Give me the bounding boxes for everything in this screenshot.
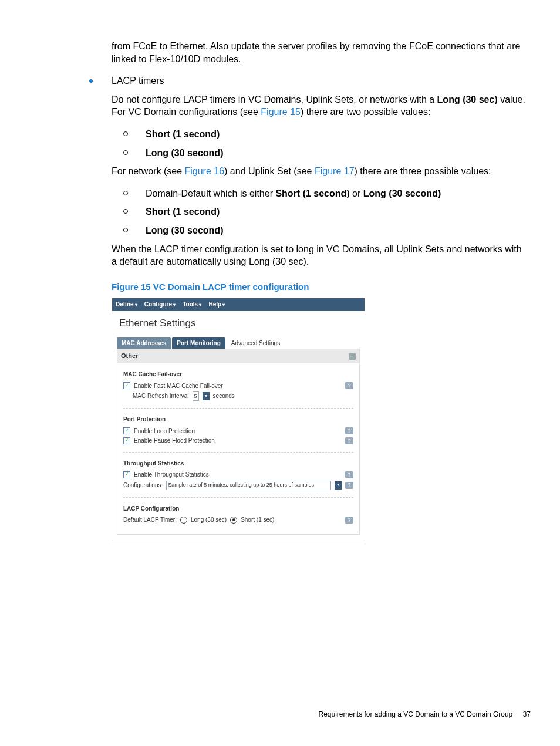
- section-lacp-config: LACP Configuration: [123, 505, 353, 513]
- circle-icon: [123, 131, 128, 136]
- text: or: [350, 188, 363, 198]
- collapse-icon[interactable]: −: [349, 353, 356, 360]
- text: Domain-Default which is either: [146, 188, 275, 198]
- vc-domain-screenshot: Define Configure Tools Help Ethernet Set…: [112, 298, 365, 541]
- label-configurations: Configurations:: [123, 481, 163, 490]
- figure-15-label: Figure 15 VC Domain LACP timer configura…: [112, 281, 534, 293]
- sub-short-2: Short (1 second): [146, 205, 220, 218]
- bold: Long (30 second): [363, 188, 441, 198]
- label-long: Long (30 sec): [191, 516, 227, 524]
- bullet-icon: [89, 79, 93, 83]
- link-figure-17[interactable]: Figure 17: [315, 166, 355, 176]
- tab-port-monitoring[interactable]: Port Monitoring: [172, 337, 225, 349]
- text: ) there are three possible values:: [355, 166, 491, 176]
- section-throughput: Throughput Statistics: [123, 460, 353, 468]
- label-default-lacp: Default LACP Timer:: [123, 516, 177, 524]
- sub-short-1: Short (1 second): [146, 128, 220, 141]
- config-value: Sample rate of 5 minutes, collecting up …: [166, 481, 331, 490]
- circle-icon: [123, 228, 128, 232]
- text: ) and Uplink Set (see: [224, 166, 315, 176]
- checkbox-loop[interactable]: [123, 427, 130, 434]
- footer-text: Requirements for adding a VC Domain to a…: [318, 710, 512, 718]
- bullet-lacp-timers: LACP timers: [112, 75, 164, 87]
- label-refresh-interval: MAC Refresh Interval: [133, 392, 189, 400]
- menu-help[interactable]: Help: [208, 301, 225, 309]
- sub-domain-default: Domain-Default which is either Short (1 …: [146, 187, 441, 200]
- panel-other-title: Other: [121, 352, 138, 360]
- label-short: Short (1 sec): [241, 516, 274, 524]
- menu-configure[interactable]: Configure: [144, 301, 176, 309]
- text: For network (see: [112, 166, 184, 176]
- circle-icon: [123, 150, 128, 155]
- checkbox-throughput[interactable]: [123, 471, 130, 478]
- label-loop: Enable Loop Protection: [134, 427, 195, 436]
- text: Do not configure LACP timers in VC Domai…: [112, 94, 437, 104]
- label-throughput: Enable Throughput Statistics: [134, 471, 209, 479]
- page-title: Ethernet Settings: [112, 311, 365, 337]
- menu-define[interactable]: Define: [116, 301, 137, 309]
- intro-paragraph: from FCoE to Ethernet. Also update the s…: [112, 40, 528, 65]
- label-fast-mac: Enable Fast MAC Cache Fail-over: [134, 382, 223, 390]
- sub-long-2: Long (30 second): [146, 224, 223, 237]
- label-seconds: seconds: [213, 392, 235, 400]
- help-icon[interactable]: ?: [345, 482, 353, 489]
- help-icon[interactable]: ?: [345, 437, 353, 444]
- link-figure-15[interactable]: Figure 15: [261, 107, 301, 117]
- dropdown-icon[interactable]: ▾: [203, 392, 210, 400]
- text: ) there are two possible values:: [301, 107, 430, 117]
- tab-mac-addresses[interactable]: MAC Addresses: [117, 337, 171, 349]
- help-icon[interactable]: ?: [345, 382, 353, 389]
- tab-advanced-settings[interactable]: Advanced Settings: [227, 337, 285, 349]
- section-mac-cache: MAC Cache Fail-over: [123, 370, 353, 379]
- help-icon[interactable]: ?: [345, 471, 353, 478]
- menu-tools[interactable]: Tools: [183, 301, 201, 309]
- checkbox-pause-flood[interactable]: [123, 437, 130, 444]
- dropdown-icon[interactable]: ▾: [335, 481, 342, 490]
- bold-long: Long (30 sec): [437, 94, 498, 104]
- radio-short[interactable]: [230, 517, 237, 524]
- lacp-paragraph-1: Do not configure LACP timers in VC Domai…: [112, 93, 528, 119]
- section-port-protection: Port Protection: [123, 416, 353, 424]
- lacp-paragraph-3: When the LACP timer configuration is set…: [112, 243, 528, 268]
- circle-icon: [123, 191, 128, 195]
- page-number: 37: [523, 710, 531, 718]
- help-icon[interactable]: ?: [345, 427, 353, 434]
- circle-icon: [123, 209, 128, 214]
- sub-long-1: Long (30 second): [146, 147, 223, 160]
- menu-bar: Define Configure Tools Help: [112, 298, 365, 311]
- radio-long[interactable]: [180, 517, 187, 524]
- link-figure-16[interactable]: Figure 16: [184, 166, 224, 176]
- bold: Short (1 second): [275, 188, 349, 198]
- lacp-paragraph-2: For network (see Figure 16) and Uplink S…: [112, 165, 528, 178]
- label-pause-flood: Enable Pause Flood Protection: [134, 437, 215, 445]
- page-footer: Requirements for adding a VC Domain to a…: [318, 710, 531, 719]
- refresh-value: 5: [193, 391, 199, 401]
- help-icon[interactable]: ?: [345, 517, 353, 524]
- checkbox-fast-mac[interactable]: [123, 382, 130, 389]
